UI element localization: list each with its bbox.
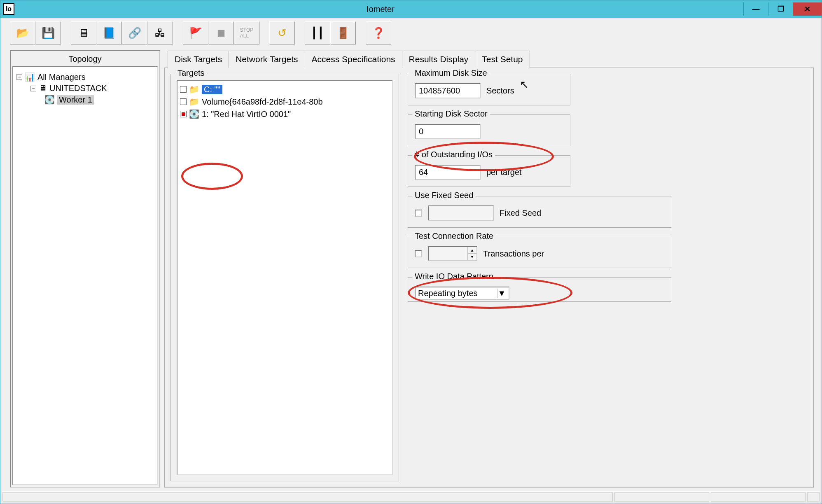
tab-results-display[interactable]: Results Display: [402, 51, 476, 68]
minimize-button[interactable]: —: [743, 2, 768, 16]
target-item[interactable]: 📁 C: "": [180, 83, 390, 96]
disk-blue-icon: 💽: [189, 109, 199, 119]
maximize-button[interactable]: ❐: [768, 2, 793, 16]
outstanding-ios-input[interactable]: [415, 165, 481, 180]
connection-rate-legend: Test Connection Rate: [412, 231, 496, 241]
status-pane: [2, 492, 613, 502]
exit-button[interactable]: 🚪: [330, 21, 356, 44]
network-icon: 🔗: [128, 27, 141, 40]
stop-button[interactable]: ⏹: [208, 21, 234, 44]
target-label: Volume{646a98fd-2d8f-11e4-80b: [202, 97, 323, 107]
drive-icon: 📘: [103, 27, 116, 40]
tree-root-label: All Managers: [37, 72, 86, 82]
target-label: C: "": [202, 85, 222, 94]
connection-rate-fieldset: Test Connection Rate ▲▼ Transactions per: [408, 237, 671, 268]
per-target-label: per target: [486, 168, 522, 177]
target-label: 1: "Red Hat VirtIO 0001": [202, 110, 291, 119]
client-area: 📂 💾 🖥 📘 🔗 🖧 🚩 ⏹ STOPALL ↺ ┃┃ 🚪: [0, 18, 822, 504]
topology-tree[interactable]: − 📊 All Managers − 🖥 UNITEDSTACK 💽 Worke…: [12, 66, 158, 485]
outstanding-ios-fieldset: # of Outstanding I/Os per target: [408, 155, 570, 187]
fixed-seed-input[interactable]: [428, 205, 494, 221]
topology-panel: Topology − 📊 All Managers − 🖥 UNITEDSTAC…: [10, 50, 160, 488]
write-pattern-value: Repeating bytes: [418, 289, 478, 298]
fixed-seed-fieldset: Use Fixed Seed Fixed Seed: [408, 196, 671, 228]
status-pane: [614, 492, 709, 502]
fixed-seed-checkbox[interactable]: [415, 210, 422, 217]
target-item[interactable]: 💽 1: "Red Hat VirtIO 0001": [180, 108, 390, 120]
mouse-cursor: ↖: [520, 78, 529, 91]
managers-icon: 📊: [25, 72, 35, 82]
help-button[interactable]: ❓: [366, 21, 391, 44]
resize-grip[interactable]: [807, 492, 820, 502]
expander-icon[interactable]: −: [16, 74, 22, 80]
target-checkbox[interactable]: [180, 111, 187, 117]
connection-rate-spinner[interactable]: ▲▼: [428, 246, 477, 261]
tab-body: Targets 📁 C: "" 📁 Volume{646a98fd-2d8f-1…: [164, 68, 814, 488]
tree-node-worker[interactable]: 💽 Worker 1: [44, 94, 154, 105]
content: Topology − 📊 All Managers − 🖥 UNITEDSTAC…: [2, 47, 820, 491]
titlebar: Io Iometer — ❐ ✕: [0, 0, 822, 18]
target-list[interactable]: 📁 C: "" 📁 Volume{646a98fd-2d8f-11e4-80b: [177, 80, 393, 475]
computer-icon: 🖥: [78, 27, 89, 40]
starting-sector-input[interactable]: [415, 124, 481, 139]
fixed-seed-label: Fixed Seed: [500, 208, 541, 218]
toolbar: 📂 💾 🖥 📘 🔗 🖧 🚩 ⏹ STOPALL ↺ ┃┃ 🚪: [2, 19, 820, 47]
target-checkbox[interactable]: [180, 86, 187, 93]
window-title: Iometer: [18, 5, 743, 14]
sectors-label: Sectors: [486, 86, 514, 96]
close-button[interactable]: ✕: [793, 2, 822, 16]
stop-all-button[interactable]: STOPALL: [234, 21, 259, 44]
window-controls: — ❐ ✕: [743, 2, 822, 16]
transactions-per-label: Transactions per: [483, 249, 544, 259]
starting-sector-fieldset: Starting Disk Sector: [408, 114, 570, 146]
outstanding-ios-legend: # of Outstanding I/Os: [412, 150, 495, 159]
computer-icon: 🖥: [39, 84, 47, 93]
tree-node-manager[interactable]: − 🖥 UNITEDSTACK: [30, 83, 154, 94]
columns-icon: ┃┃: [311, 27, 324, 40]
chevron-down-icon[interactable]: ▼: [497, 289, 506, 298]
tree-worker-label: Worker 1: [57, 95, 94, 105]
reset-button[interactable]: ↺: [269, 21, 295, 44]
spin-down-icon[interactable]: ▼: [468, 254, 476, 260]
stop-all-icon: STOPALL: [240, 27, 253, 39]
tab-access-specifications[interactable]: Access Specifications: [305, 51, 402, 68]
write-pattern-fieldset: Write IO Data Pattern Repeating bytes ▼: [408, 277, 671, 302]
tab-network-targets[interactable]: Network Targets: [229, 51, 305, 68]
max-disk-size-legend: Maximum Disk Size: [412, 68, 490, 78]
target-checkbox[interactable]: [180, 98, 187, 105]
app-icon: Io: [3, 3, 14, 15]
target-item[interactable]: 📁 Volume{646a98fd-2d8f-11e4-80b: [180, 96, 390, 108]
disk-yellow-icon: 📁: [189, 84, 199, 94]
starting-sector-legend: Starting Disk Sector: [412, 109, 490, 119]
save-button[interactable]: 💾: [35, 21, 61, 44]
spin-up-icon[interactable]: ▲: [468, 247, 476, 254]
tab-disk-targets[interactable]: Disk Targets: [168, 51, 229, 68]
right-column: Maximum Disk Size Sectors Starting Disk …: [408, 74, 688, 302]
flag-icon: 🚩: [189, 27, 202, 40]
network2-icon: 🖧: [155, 27, 166, 40]
status-pane: [711, 492, 806, 502]
start-button[interactable]: 🚩: [183, 21, 208, 44]
max-disk-size-input[interactable]: [415, 83, 481, 98]
duplicate-worker-button[interactable]: 🖧: [147, 21, 173, 44]
tree-root[interactable]: − 📊 All Managers: [16, 71, 154, 83]
help-icon: ❓: [372, 27, 385, 40]
max-disk-size-fieldset: Maximum Disk Size Sectors: [408, 74, 570, 105]
tab-test-setup[interactable]: Test Setup: [475, 51, 530, 68]
open-button[interactable]: 📂: [10, 21, 35, 44]
disk-yellow-icon: 📁: [189, 97, 199, 107]
topology-header: Topology: [12, 53, 158, 66]
columns-button[interactable]: ┃┃: [305, 21, 330, 44]
new-manager-button[interactable]: 🖥: [71, 21, 96, 44]
tabs: Disk Targets Network Targets Access Spec…: [164, 50, 814, 68]
reset-icon: ↺: [278, 27, 287, 40]
door-icon: 🚪: [336, 27, 350, 40]
new-worker-button[interactable]: 📘: [96, 21, 122, 44]
targets-fieldset: Targets 📁 C: "" 📁 Volume{646a98fd-2d8f-1…: [170, 74, 399, 481]
app-window: Io Iometer — ❐ ✕ 📂 💾 🖥 📘 🔗 🖧 🚩 ⏹ STOPALL: [0, 0, 822, 504]
connection-rate-checkbox[interactable]: [415, 250, 422, 257]
drive-icon: 💽: [44, 95, 55, 105]
network-worker-button[interactable]: 🔗: [122, 21, 147, 44]
expander-icon[interactable]: −: [30, 86, 36, 91]
write-pattern-combo[interactable]: Repeating bytes ▼: [415, 287, 509, 300]
